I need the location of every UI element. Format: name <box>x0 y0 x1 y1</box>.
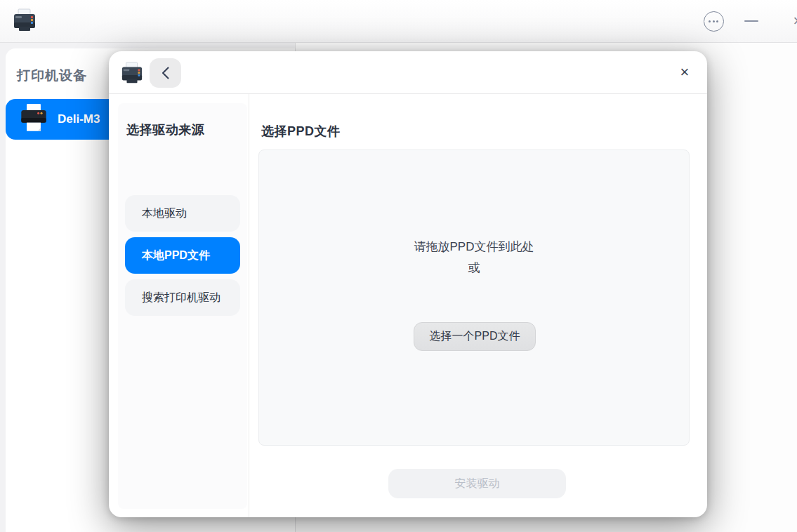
window-close-button[interactable]: × <box>785 0 797 42</box>
driver-source-label: 本地PPD文件 <box>142 248 210 263</box>
dropzone-hint-line2: 或 <box>259 260 689 276</box>
ppd-dropzone[interactable]: 请拖放PPD文件到此处 或 选择一个PPD文件 <box>258 149 690 446</box>
dialog-header: × <box>109 51 707 93</box>
driver-source-title: 选择驱动来源 <box>126 121 204 138</box>
window-menu-button[interactable] <box>701 0 726 42</box>
driver-source-search[interactable]: 搜索打印机驱动 <box>125 279 240 316</box>
printer-icon <box>20 103 48 135</box>
chevron-left-icon <box>162 67 170 79</box>
driver-source-label: 本地驱动 <box>142 206 187 221</box>
printer-app-icon <box>13 8 37 37</box>
printer-manager-app: { "titlebar": { "minimize_glyph": "—", "… <box>0 0 797 532</box>
install-driver-label: 安装驱动 <box>455 477 500 491</box>
minimize-icon <box>744 20 758 22</box>
close-icon: × <box>793 12 797 30</box>
close-icon: × <box>680 63 690 81</box>
driver-source-label: 搜索打印机驱动 <box>142 291 220 305</box>
dialog-close-button[interactable]: × <box>672 60 697 85</box>
driver-source-local[interactable]: 本地驱动 <box>125 195 240 232</box>
dialog-header-divider <box>109 93 707 94</box>
choose-ppd-file-button[interactable]: 选择一个PPD文件 <box>414 322 536 351</box>
device-list-title: 打印机设备 <box>17 67 87 85</box>
printer-name: Deli-M3 <box>58 112 100 126</box>
choose-ppd-file-label: 选择一个PPD文件 <box>430 329 520 344</box>
back-button[interactable] <box>150 58 181 88</box>
minimize-button[interactable] <box>739 0 764 42</box>
driver-source-local-ppd[interactable]: 本地PPD文件 <box>125 237 240 274</box>
driver-install-dialog: × 选择驱动来源 本地驱动 本地PPD文件 搜索打印机驱动 选择PPD文件 请拖… <box>109 51 707 517</box>
dialog-column-divider <box>249 94 249 517</box>
titlebar: × <box>0 0 797 43</box>
install-driver-button[interactable]: 安装驱动 <box>388 469 566 498</box>
ppd-section-title: 选择PPD文件 <box>261 123 341 140</box>
ellipsis-menu-icon <box>704 11 724 32</box>
dropzone-hint-line1: 请拖放PPD文件到此处 <box>259 239 689 255</box>
printer-app-icon <box>121 61 143 89</box>
